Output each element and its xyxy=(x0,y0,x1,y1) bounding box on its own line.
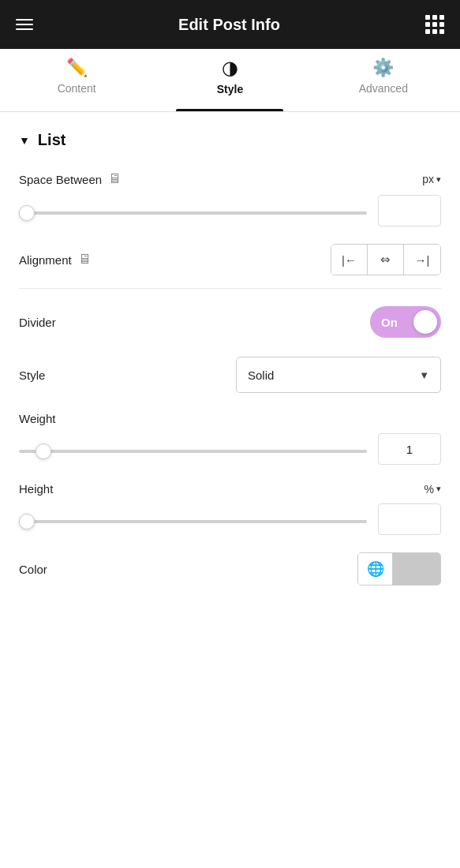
section-collapse-arrow[interactable]: ▼ xyxy=(19,134,30,147)
space-between-slider-wrap xyxy=(19,204,367,218)
main-content: ▼ List Space Between 🖥 px ▾ Alignment 🖥 … xyxy=(0,112,460,617)
color-global-button[interactable]: 🌐 xyxy=(358,553,393,585)
style-icon: ◑ xyxy=(222,57,238,79)
weight-slider-row xyxy=(19,433,441,465)
alignment-buttons: |← ⇔ →| xyxy=(331,244,441,275)
divider-toggle-wrap: On xyxy=(370,306,441,338)
height-row: Height % ▾ xyxy=(19,482,441,496)
tab-content[interactable]: ✏️ Content xyxy=(0,49,153,111)
content-icon: ✏️ xyxy=(66,58,88,78)
align-center-button[interactable]: ⇔ xyxy=(368,245,404,275)
dropdown-arrow-icon: ▼ xyxy=(419,369,429,381)
alignment-row: Alignment 🖥 |← ⇔ →| xyxy=(19,244,441,275)
apps-grid-button[interactable] xyxy=(425,15,444,34)
alignment-label: Alignment 🖥 xyxy=(19,252,92,268)
height-unit-selector[interactable]: % ▾ xyxy=(424,483,441,496)
alignment-monitor-icon: 🖥 xyxy=(78,252,92,268)
color-row: Color 🌐 xyxy=(19,552,441,586)
height-slider-wrap xyxy=(19,512,367,526)
advanced-icon: ⚙️ xyxy=(372,58,394,78)
style-field-label: Style xyxy=(19,369,45,382)
space-between-slider-row xyxy=(19,195,441,226)
tab-content-label: Content xyxy=(58,82,96,95)
space-between-unit-selector[interactable]: px ▾ xyxy=(422,173,441,185)
tab-advanced-label: Advanced xyxy=(359,82,408,95)
monitor-icon: 🖥 xyxy=(108,171,122,187)
style-dropdown[interactable]: Solid ▼ xyxy=(236,357,441,393)
page-title: Edit Post Info xyxy=(178,16,280,34)
divider-toggle[interactable]: On xyxy=(370,306,441,338)
height-slider-row xyxy=(19,503,441,535)
tab-advanced[interactable]: ⚙️ Advanced xyxy=(307,49,460,111)
color-label: Color xyxy=(19,563,47,576)
tab-style-label: Style xyxy=(217,83,243,95)
space-between-input[interactable] xyxy=(378,195,441,226)
align-right-button[interactable]: →| xyxy=(404,245,440,275)
height-slider[interactable] xyxy=(19,520,367,523)
align-left-button[interactable]: |← xyxy=(331,245,368,275)
color-control: 🌐 xyxy=(357,552,441,586)
section-title: List xyxy=(38,131,66,149)
weight-slider-wrap xyxy=(19,442,367,456)
toggle-knob xyxy=(413,310,437,334)
height-label: Height xyxy=(19,482,53,496)
style-dropdown-value: Solid xyxy=(248,369,274,382)
divider-row: Divider On xyxy=(19,306,441,338)
toggle-on-label: On xyxy=(381,316,398,329)
tab-style[interactable]: ◑ Style xyxy=(153,49,306,111)
tabs-nav: ✏️ Content ◑ Style ⚙️ Advanced xyxy=(0,49,460,112)
hamburger-menu-button[interactable] xyxy=(16,19,33,30)
color-swatch[interactable] xyxy=(393,553,440,585)
app-header: Edit Post Info xyxy=(0,0,460,49)
height-input[interactable] xyxy=(378,503,441,535)
weight-label: Weight xyxy=(19,412,55,425)
weight-row: Weight xyxy=(19,412,441,425)
section-divider xyxy=(19,288,441,289)
globe-icon: 🌐 xyxy=(367,560,384,578)
weight-slider[interactable] xyxy=(19,450,367,453)
divider-label: Divider xyxy=(19,316,56,329)
style-field-row: Style Solid ▼ xyxy=(19,357,441,393)
weight-input[interactable] xyxy=(378,433,441,465)
list-section-header: ▼ List xyxy=(19,131,441,149)
space-between-label: Space Between 🖥 xyxy=(19,171,122,187)
space-between-slider[interactable] xyxy=(19,211,367,215)
space-between-row: Space Between 🖥 px ▾ xyxy=(19,171,441,187)
